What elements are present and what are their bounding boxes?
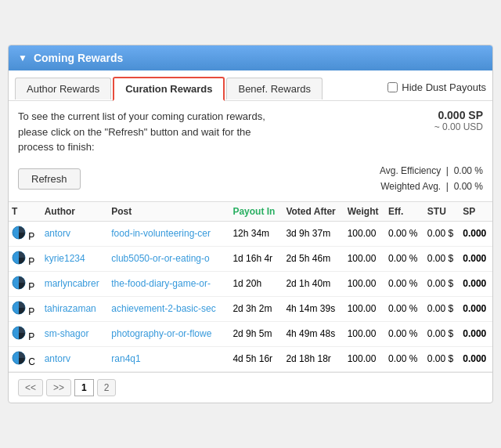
sp-value: 0.000 SP bbox=[434, 109, 483, 121]
refresh-section: Refresh Avg. Efficiency | 0.00 % Weighte… bbox=[9, 160, 492, 201]
cell-eff: 0.00 % bbox=[385, 221, 424, 246]
cell-author[interactable]: antorv bbox=[41, 221, 109, 246]
cell-stu: 0.00 $ bbox=[424, 346, 460, 371]
cell-payout-in: 2d 3h 2m bbox=[229, 296, 283, 321]
hide-dust-container: Hide Dust Payouts bbox=[387, 81, 486, 93]
author-link[interactable]: tahirazaman bbox=[45, 303, 96, 314]
tab-curation-rewards[interactable]: Curation Rewards bbox=[113, 77, 225, 101]
col-author: Author bbox=[41, 201, 109, 221]
cell-post[interactable]: food-in-volunteering-cer bbox=[108, 221, 229, 246]
author-link[interactable]: marlyncabrer bbox=[45, 278, 99, 289]
author-link[interactable]: kyrie1234 bbox=[45, 253, 85, 264]
cell-weight: 100.00 bbox=[344, 246, 385, 271]
tab-author-rewards[interactable]: Author Rewards bbox=[15, 78, 111, 99]
refresh-button[interactable]: Refresh bbox=[18, 168, 81, 190]
author-link[interactable]: sm-shagor bbox=[45, 328, 89, 339]
cell-weight: 100.00 bbox=[344, 346, 385, 371]
main-container: ▼ Coming Rewards Author Rewards Curation… bbox=[8, 45, 493, 403]
cell-author[interactable]: kyrie1234 bbox=[41, 246, 109, 271]
avg-efficiency-label: Avg. Efficiency bbox=[380, 165, 441, 176]
cell-type: P bbox=[9, 296, 41, 321]
post-link[interactable]: photography-or-or-flowe bbox=[111, 328, 211, 339]
cell-eff: 0.00 % bbox=[385, 296, 424, 321]
col-voted-after: Voted After bbox=[283, 201, 344, 221]
author-link[interactable]: antorv bbox=[45, 353, 70, 364]
cell-type: C bbox=[9, 346, 41, 371]
cell-payout-in: 2d 9h 5m bbox=[229, 321, 283, 346]
pie-icon bbox=[12, 231, 26, 242]
col-eff: Eff. bbox=[385, 201, 424, 221]
cell-type: P bbox=[9, 246, 41, 271]
header: ▼ Coming Rewards bbox=[9, 45, 492, 70]
cell-eff: 0.00 % bbox=[385, 321, 424, 346]
cell-eff: 0.00 % bbox=[385, 271, 424, 296]
pie-icon bbox=[12, 256, 26, 267]
cell-weight: 100.00 bbox=[344, 271, 385, 296]
cell-stu: 0.00 $ bbox=[424, 271, 460, 296]
cell-post[interactable]: ran4q1 bbox=[108, 346, 229, 371]
post-link[interactable]: club5050-or-or-eating-o bbox=[111, 253, 209, 264]
table-row: P tahirazaman achievement-2-basic-sec 2d… bbox=[9, 296, 492, 321]
cell-voted-after: 2d 1h 40m bbox=[283, 271, 344, 296]
table-body: P antorv food-in-volunteering-cer 12h 34… bbox=[9, 221, 492, 371]
first-page-button[interactable]: << bbox=[18, 379, 43, 396]
pie-icon bbox=[12, 331, 26, 342]
post-link[interactable]: food-in-volunteering-cer bbox=[111, 228, 211, 239]
cell-author[interactable]: tahirazaman bbox=[41, 296, 109, 321]
cell-sp: 0.000 bbox=[460, 246, 492, 271]
cell-sp: 0.000 bbox=[460, 296, 492, 321]
cell-eff: 0.00 % bbox=[385, 346, 424, 371]
cell-sp: 0.000 bbox=[460, 221, 492, 246]
col-t: T bbox=[9, 201, 41, 221]
cell-post[interactable]: photography-or-or-flowe bbox=[108, 321, 229, 346]
tab-benef-rewards[interactable]: Benef. Rewards bbox=[226, 78, 323, 99]
cell-sp: 0.000 bbox=[460, 271, 492, 296]
cell-weight: 100.00 bbox=[344, 221, 385, 246]
cell-payout-in: 12h 34m bbox=[229, 221, 283, 246]
weighted-avg-value: 0.00 % bbox=[454, 181, 483, 192]
pie-icon bbox=[12, 356, 26, 367]
hide-dust-checkbox[interactable] bbox=[387, 82, 398, 92]
cell-weight: 100.00 bbox=[344, 321, 385, 346]
cell-voted-after: 2d 5h 46m bbox=[283, 246, 344, 271]
info-section: To see the current list of your coming c… bbox=[9, 101, 492, 160]
pagination: << >> 1 2 bbox=[9, 372, 492, 403]
cell-stu: 0.00 $ bbox=[424, 221, 460, 246]
next-page-button[interactable]: 2 bbox=[97, 379, 117, 396]
rewards-table: T Author Post Payout In Voted After Weig… bbox=[9, 201, 492, 372]
table-row: P sm-shagor photography-or-or-flowe 2d 9… bbox=[9, 321, 492, 346]
cell-stu: 0.00 $ bbox=[424, 246, 460, 271]
cell-sp: 0.000 bbox=[460, 346, 492, 371]
post-link[interactable]: ran4q1 bbox=[111, 353, 140, 364]
header-title: Coming Rewards bbox=[34, 52, 123, 64]
cell-author[interactable]: marlyncabrer bbox=[41, 271, 109, 296]
cell-payout-in: 1d 16h 4r bbox=[229, 246, 283, 271]
col-weight: Weight bbox=[344, 201, 385, 221]
table-row: C antorv ran4q1 4d 5h 16r 2d 18h 18r 100… bbox=[9, 346, 492, 371]
table-header-row: T Author Post Payout In Voted After Weig… bbox=[9, 201, 492, 221]
info-text: To see the current list of your coming c… bbox=[18, 109, 276, 155]
avg-efficiency-row: Avg. Efficiency | 0.00 % bbox=[380, 163, 483, 179]
post-link[interactable]: achievement-2-basic-sec bbox=[111, 303, 215, 314]
pie-icon bbox=[12, 306, 26, 317]
cell-voted-after: 4h 49m 48s bbox=[283, 321, 344, 346]
cell-stu: 0.00 $ bbox=[424, 321, 460, 346]
author-link[interactable]: antorv bbox=[45, 228, 70, 239]
cell-author[interactable]: sm-shagor bbox=[41, 321, 109, 346]
col-stu: STU bbox=[424, 201, 460, 221]
dropdown-icon: ▼ bbox=[18, 52, 27, 63]
cell-post[interactable]: the-food-diary-game-or- bbox=[108, 271, 229, 296]
cell-sp: 0.000 bbox=[460, 321, 492, 346]
post-link[interactable]: the-food-diary-game-or- bbox=[111, 278, 211, 289]
cell-weight: 100.00 bbox=[344, 296, 385, 321]
prev-page-button[interactable]: >> bbox=[46, 379, 71, 396]
cell-post[interactable]: achievement-2-basic-sec bbox=[108, 296, 229, 321]
cell-author[interactable]: antorv bbox=[41, 346, 109, 371]
cell-voted-after: 2d 18h 18r bbox=[283, 346, 344, 371]
avg-section: Avg. Efficiency | 0.00 % Weighted Avg. |… bbox=[380, 163, 483, 195]
table-row: P marlyncabrer the-food-diary-game-or- 1… bbox=[9, 271, 492, 296]
pie-icon bbox=[12, 281, 26, 292]
cell-post[interactable]: club5050-or-or-eating-o bbox=[108, 246, 229, 271]
col-sp: SP bbox=[460, 201, 492, 221]
tabs-bar: Author Rewards Curation Rewards Benef. R… bbox=[9, 70, 492, 101]
